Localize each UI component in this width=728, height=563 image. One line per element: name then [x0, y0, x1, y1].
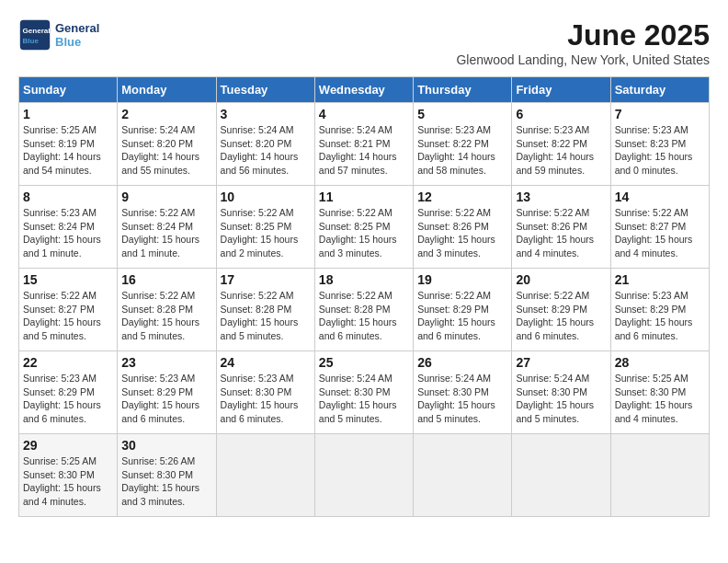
calendar-cell: 6Sunrise: 5:23 AM Sunset: 8:22 PM Daylig… [512, 103, 610, 186]
calendar-cell: 17Sunrise: 5:22 AM Sunset: 8:28 PM Dayli… [216, 269, 314, 351]
calendar-cell: 27Sunrise: 5:24 AM Sunset: 8:30 PM Dayli… [512, 351, 610, 434]
day-number: 9 [121, 190, 211, 204]
day-info: Sunrise: 5:25 AM Sunset: 8:30 PM Dayligh… [23, 454, 113, 509]
calendar-cell [216, 434, 314, 517]
calendar-cell: 14Sunrise: 5:22 AM Sunset: 8:27 PM Dayli… [610, 186, 709, 269]
day-info: Sunrise: 5:22 AM Sunset: 8:28 PM Dayligh… [121, 289, 211, 343]
day-number: 17 [221, 272, 311, 287]
calendar-cell: 29Sunrise: 5:25 AM Sunset: 8:30 PM Dayli… [19, 434, 118, 517]
day-number: 4 [319, 107, 409, 121]
day-number: 23 [121, 355, 211, 370]
day-info: Sunrise: 5:22 AM Sunset: 8:26 PM Dayligh… [417, 206, 507, 260]
day-number: 8 [23, 190, 113, 204]
calendar-cell: 2Sunrise: 5:24 AM Sunset: 8:20 PM Daylig… [118, 103, 216, 186]
day-number: 29 [23, 438, 113, 453]
day-number: 16 [121, 272, 211, 287]
header-friday: Friday [512, 77, 610, 103]
title-area: June 2025 Glenwood Landing, New York, Un… [456, 18, 710, 67]
day-info: Sunrise: 5:23 AM Sunset: 8:22 PM Dayligh… [417, 123, 507, 178]
calendar-cell: 20Sunrise: 5:22 AM Sunset: 8:29 PM Dayli… [512, 269, 610, 351]
calendar-cell: 4Sunrise: 5:24 AM Sunset: 8:21 PM Daylig… [314, 103, 413, 186]
day-info: Sunrise: 5:22 AM Sunset: 8:29 PM Dayligh… [516, 289, 606, 343]
logo-general: General [55, 21, 99, 35]
calendar-cell: 7Sunrise: 5:23 AM Sunset: 8:23 PM Daylig… [610, 103, 709, 186]
header-monday: Monday [118, 77, 216, 103]
day-number: 21 [615, 272, 705, 287]
day-number: 1 [23, 107, 113, 121]
header-saturday: Saturday [610, 77, 709, 103]
day-number: 18 [319, 272, 409, 287]
day-number: 22 [23, 355, 113, 370]
logo-blue: Blue [55, 35, 99, 49]
day-info: Sunrise: 5:24 AM Sunset: 8:21 PM Dayligh… [319, 123, 409, 178]
calendar-cell: 28Sunrise: 5:25 AM Sunset: 8:30 PM Dayli… [610, 351, 709, 434]
day-number: 10 [221, 190, 311, 204]
day-number: 14 [615, 190, 705, 204]
calendar-cell: 22Sunrise: 5:23 AM Sunset: 8:29 PM Dayli… [19, 351, 118, 434]
day-number: 24 [221, 355, 311, 370]
day-number: 19 [417, 272, 507, 287]
calendar-cell: 19Sunrise: 5:22 AM Sunset: 8:29 PM Dayli… [414, 269, 512, 351]
calendar-cell: 13Sunrise: 5:22 AM Sunset: 8:26 PM Dayli… [512, 186, 610, 269]
header-wednesday: Wednesday [314, 77, 413, 103]
calendar-cell: 8Sunrise: 5:23 AM Sunset: 8:24 PM Daylig… [19, 186, 118, 269]
calendar-cell: 30Sunrise: 5:26 AM Sunset: 8:30 PM Dayli… [118, 434, 216, 517]
calendar-cell: 25Sunrise: 5:24 AM Sunset: 8:30 PM Dayli… [314, 351, 413, 434]
month-title: June 2025 [456, 18, 710, 52]
calendar-cell: 9Sunrise: 5:22 AM Sunset: 8:24 PM Daylig… [118, 186, 216, 269]
day-info: Sunrise: 5:22 AM Sunset: 8:27 PM Dayligh… [615, 206, 705, 260]
calendar-cell [314, 434, 413, 517]
calendar-cell: 12Sunrise: 5:22 AM Sunset: 8:26 PM Dayli… [414, 186, 512, 269]
day-info: Sunrise: 5:22 AM Sunset: 8:28 PM Dayligh… [319, 289, 409, 343]
day-number: 30 [121, 438, 211, 453]
header-thursday: Thursday [414, 77, 512, 103]
header-sunday: Sunday [19, 77, 118, 103]
day-info: Sunrise: 5:24 AM Sunset: 8:30 PM Dayligh… [319, 372, 409, 426]
day-info: Sunrise: 5:22 AM Sunset: 8:25 PM Dayligh… [221, 206, 311, 260]
day-info: Sunrise: 5:25 AM Sunset: 8:19 PM Dayligh… [23, 123, 113, 178]
day-info: Sunrise: 5:22 AM Sunset: 8:27 PM Dayligh… [23, 289, 113, 343]
calendar-cell: 3Sunrise: 5:24 AM Sunset: 8:20 PM Daylig… [216, 103, 314, 186]
calendar: Sunday Monday Tuesday Wednesday Thursday… [18, 76, 710, 517]
svg-text:Blue: Blue [23, 37, 40, 45]
day-number: 3 [221, 107, 311, 121]
day-number: 7 [615, 107, 705, 121]
day-info: Sunrise: 5:23 AM Sunset: 8:29 PM Dayligh… [23, 372, 113, 426]
day-info: Sunrise: 5:23 AM Sunset: 8:29 PM Dayligh… [121, 372, 211, 426]
calendar-cell [512, 434, 610, 517]
day-info: Sunrise: 5:22 AM Sunset: 8:28 PM Dayligh… [221, 289, 311, 343]
day-number: 2 [121, 107, 211, 121]
calendar-week-4: 22Sunrise: 5:23 AM Sunset: 8:29 PM Dayli… [19, 351, 710, 434]
calendar-cell: 1Sunrise: 5:25 AM Sunset: 8:19 PM Daylig… [19, 103, 118, 186]
svg-text:General: General [23, 27, 51, 35]
day-number: 27 [516, 355, 606, 370]
day-info: Sunrise: 5:24 AM Sunset: 8:30 PM Dayligh… [516, 372, 606, 426]
logo-icon: General Blue [18, 18, 51, 52]
day-number: 6 [516, 107, 606, 121]
day-number: 15 [23, 272, 113, 287]
day-number: 12 [417, 190, 507, 204]
day-info: Sunrise: 5:24 AM Sunset: 8:20 PM Dayligh… [221, 123, 311, 178]
day-info: Sunrise: 5:23 AM Sunset: 8:24 PM Dayligh… [23, 206, 113, 260]
day-number: 11 [319, 190, 409, 204]
day-info: Sunrise: 5:23 AM Sunset: 8:30 PM Dayligh… [221, 372, 311, 426]
day-info: Sunrise: 5:25 AM Sunset: 8:30 PM Dayligh… [615, 372, 705, 426]
day-info: Sunrise: 5:23 AM Sunset: 8:23 PM Dayligh… [615, 123, 705, 178]
calendar-week-1: 1Sunrise: 5:25 AM Sunset: 8:19 PM Daylig… [19, 103, 710, 186]
calendar-cell: 23Sunrise: 5:23 AM Sunset: 8:29 PM Dayli… [118, 351, 216, 434]
day-number: 26 [417, 355, 507, 370]
calendar-cell: 18Sunrise: 5:22 AM Sunset: 8:28 PM Dayli… [314, 269, 413, 351]
location: Glenwood Landing, New York, United State… [456, 52, 710, 67]
calendar-cell [414, 434, 512, 517]
day-info: Sunrise: 5:22 AM Sunset: 8:26 PM Dayligh… [516, 206, 606, 260]
calendar-header-row: Sunday Monday Tuesday Wednesday Thursday… [19, 77, 710, 103]
header: General Blue General Blue June 2025 Glen… [18, 18, 710, 67]
day-info: Sunrise: 5:26 AM Sunset: 8:30 PM Dayligh… [121, 454, 211, 509]
calendar-cell: 10Sunrise: 5:22 AM Sunset: 8:25 PM Dayli… [216, 186, 314, 269]
day-number: 13 [516, 190, 606, 204]
calendar-cell: 26Sunrise: 5:24 AM Sunset: 8:30 PM Dayli… [414, 351, 512, 434]
calendar-cell: 15Sunrise: 5:22 AM Sunset: 8:27 PM Dayli… [19, 269, 118, 351]
day-info: Sunrise: 5:23 AM Sunset: 8:22 PM Dayligh… [516, 123, 606, 178]
day-number: 25 [319, 355, 409, 370]
calendar-cell: 16Sunrise: 5:22 AM Sunset: 8:28 PM Dayli… [118, 269, 216, 351]
